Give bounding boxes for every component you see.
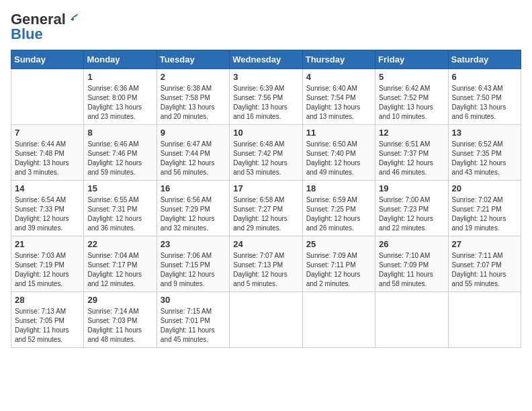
calendar-cell: 23Sunrise: 7:06 AM Sunset: 7:15 PM Dayli… <box>157 236 229 292</box>
day-number: 17 <box>233 183 298 193</box>
logo-bird-icon <box>66 11 79 23</box>
calendar-cell <box>11 69 84 125</box>
calendar-cell: 17Sunrise: 6:58 AM Sunset: 7:27 PM Dayli… <box>230 181 302 236</box>
day-number: 30 <box>161 295 226 305</box>
calendar-table: SundayMondayTuesdayWednesdayThursdayFrid… <box>11 50 521 348</box>
day-number: 20 <box>452 183 517 193</box>
day-info: Sunrise: 6:44 AM Sunset: 7:48 PM Dayligh… <box>15 140 80 177</box>
weekday-tuesday: Tuesday <box>157 50 229 69</box>
weekday-monday: Monday <box>84 50 157 69</box>
calendar-cell: 29Sunrise: 7:14 AM Sunset: 7:03 PM Dayli… <box>84 292 157 348</box>
calendar-cell: 8Sunrise: 6:46 AM Sunset: 7:46 PM Daylig… <box>84 125 157 181</box>
day-number: 6 <box>452 72 517 82</box>
day-info: Sunrise: 7:14 AM Sunset: 7:03 PM Dayligh… <box>87 307 152 345</box>
calendar-cell <box>375 292 448 348</box>
calendar-cell: 30Sunrise: 7:15 AM Sunset: 7:01 PM Dayli… <box>157 292 229 348</box>
weekday-sunday: Sunday <box>11 50 84 69</box>
calendar-cell: 5Sunrise: 6:42 AM Sunset: 7:52 PM Daylig… <box>375 69 448 125</box>
day-info: Sunrise: 7:15 AM Sunset: 7:01 PM Dayligh… <box>161 307 226 345</box>
calendar-cell: 6Sunrise: 6:43 AM Sunset: 7:50 PM Daylig… <box>448 69 521 125</box>
calendar-cell: 16Sunrise: 6:56 AM Sunset: 7:29 PM Dayli… <box>157 181 229 236</box>
weekday-header-row: SundayMondayTuesdayWednesdayThursdayFrid… <box>11 50 521 69</box>
day-number: 13 <box>452 128 517 138</box>
calendar-cell: 4Sunrise: 6:40 AM Sunset: 7:54 PM Daylig… <box>302 69 375 125</box>
calendar-cell: 15Sunrise: 6:55 AM Sunset: 7:31 PM Dayli… <box>84 181 157 236</box>
day-number: 15 <box>87 183 152 193</box>
calendar-cell: 28Sunrise: 7:13 AM Sunset: 7:05 PM Dayli… <box>11 292 84 348</box>
calendar-cell <box>302 292 375 348</box>
day-number: 24 <box>233 239 298 249</box>
day-info: Sunrise: 6:38 AM Sunset: 7:58 PM Dayligh… <box>161 84 226 122</box>
day-info: Sunrise: 7:00 AM Sunset: 7:23 PM Dayligh… <box>379 195 444 233</box>
day-info: Sunrise: 7:11 AM Sunset: 7:07 PM Dayligh… <box>452 251 517 289</box>
day-number: 28 <box>15 295 80 305</box>
day-info: Sunrise: 7:09 AM Sunset: 7:11 PM Dayligh… <box>306 251 371 289</box>
weekday-wednesday: Wednesday <box>230 50 302 69</box>
day-info: Sunrise: 6:51 AM Sunset: 7:37 PM Dayligh… <box>379 140 444 177</box>
day-number: 7 <box>15 128 80 138</box>
day-number: 1 <box>87 72 152 82</box>
calendar-week-4: 21Sunrise: 7:03 AM Sunset: 7:19 PM Dayli… <box>11 236 521 292</box>
calendar-cell: 27Sunrise: 7:11 AM Sunset: 7:07 PM Dayli… <box>448 236 521 292</box>
calendar-cell: 18Sunrise: 6:59 AM Sunset: 7:25 PM Dayli… <box>302 181 375 236</box>
calendar-cell: 1Sunrise: 6:36 AM Sunset: 8:00 PM Daylig… <box>84 69 157 125</box>
calendar-week-3: 14Sunrise: 6:54 AM Sunset: 7:33 PM Dayli… <box>11 181 521 236</box>
day-info: Sunrise: 6:54 AM Sunset: 7:33 PM Dayligh… <box>15 195 80 233</box>
day-info: Sunrise: 6:46 AM Sunset: 7:46 PM Dayligh… <box>87 140 152 177</box>
day-info: Sunrise: 6:40 AM Sunset: 7:54 PM Dayligh… <box>306 84 371 122</box>
calendar-cell: 13Sunrise: 6:52 AM Sunset: 7:35 PM Dayli… <box>448 125 521 181</box>
calendar-week-2: 7Sunrise: 6:44 AM Sunset: 7:48 PM Daylig… <box>11 125 521 181</box>
day-number: 27 <box>452 239 517 249</box>
day-info: Sunrise: 7:02 AM Sunset: 7:21 PM Dayligh… <box>452 195 517 233</box>
day-number: 10 <box>233 128 298 138</box>
day-info: Sunrise: 6:42 AM Sunset: 7:52 PM Dayligh… <box>379 84 444 122</box>
day-number: 14 <box>15 183 80 193</box>
calendar-cell: 25Sunrise: 7:09 AM Sunset: 7:11 PM Dayli… <box>302 236 375 292</box>
day-number: 12 <box>379 128 444 138</box>
day-number: 11 <box>306 128 371 138</box>
calendar-cell: 11Sunrise: 6:50 AM Sunset: 7:40 PM Dayli… <box>302 125 375 181</box>
day-info: Sunrise: 6:43 AM Sunset: 7:50 PM Dayligh… <box>452 84 517 122</box>
day-info: Sunrise: 6:36 AM Sunset: 8:00 PM Dayligh… <box>87 84 152 122</box>
calendar-cell: 14Sunrise: 6:54 AM Sunset: 7:33 PM Dayli… <box>11 181 84 236</box>
day-info: Sunrise: 7:13 AM Sunset: 7:05 PM Dayligh… <box>15 307 80 345</box>
weekday-thursday: Thursday <box>302 50 375 69</box>
calendar-cell: 26Sunrise: 7:10 AM Sunset: 7:09 PM Dayli… <box>375 236 448 292</box>
day-number: 2 <box>161 72 226 82</box>
page-header: General Blue <box>11 11 521 43</box>
logo: General Blue <box>11 11 79 43</box>
day-info: Sunrise: 6:48 AM Sunset: 7:42 PM Dayligh… <box>233 140 298 177</box>
calendar-cell: 7Sunrise: 6:44 AM Sunset: 7:48 PM Daylig… <box>11 125 84 181</box>
day-number: 3 <box>233 72 298 82</box>
day-number: 22 <box>87 239 152 249</box>
weekday-saturday: Saturday <box>448 50 521 69</box>
day-info: Sunrise: 6:58 AM Sunset: 7:27 PM Dayligh… <box>233 195 298 233</box>
day-info: Sunrise: 7:06 AM Sunset: 7:15 PM Dayligh… <box>161 251 226 289</box>
day-info: Sunrise: 6:59 AM Sunset: 7:25 PM Dayligh… <box>306 195 371 233</box>
calendar-cell: 9Sunrise: 6:47 AM Sunset: 7:44 PM Daylig… <box>157 125 229 181</box>
calendar-cell: 3Sunrise: 6:39 AM Sunset: 7:56 PM Daylig… <box>230 69 302 125</box>
calendar-cell: 21Sunrise: 7:03 AM Sunset: 7:19 PM Dayli… <box>11 236 84 292</box>
day-number: 18 <box>306 183 371 193</box>
day-number: 23 <box>161 239 226 249</box>
day-number: 25 <box>306 239 371 249</box>
calendar-cell: 12Sunrise: 6:51 AM Sunset: 7:37 PM Dayli… <box>375 125 448 181</box>
calendar-week-1: 1Sunrise: 6:36 AM Sunset: 8:00 PM Daylig… <box>11 69 521 125</box>
day-info: Sunrise: 7:04 AM Sunset: 7:17 PM Dayligh… <box>87 251 152 289</box>
calendar-cell: 19Sunrise: 7:00 AM Sunset: 7:23 PM Dayli… <box>375 181 448 236</box>
day-number: 29 <box>87 295 152 305</box>
day-info: Sunrise: 6:55 AM Sunset: 7:31 PM Dayligh… <box>87 195 152 233</box>
calendar-body: 1Sunrise: 6:36 AM Sunset: 8:00 PM Daylig… <box>11 69 521 348</box>
day-number: 9 <box>161 128 226 138</box>
calendar-cell <box>230 292 302 348</box>
day-info: Sunrise: 7:07 AM Sunset: 7:13 PM Dayligh… <box>233 251 298 289</box>
day-info: Sunrise: 6:39 AM Sunset: 7:56 PM Dayligh… <box>233 84 298 122</box>
day-info: Sunrise: 7:10 AM Sunset: 7:09 PM Dayligh… <box>379 251 444 289</box>
calendar-cell <box>448 292 521 348</box>
day-number: 19 <box>379 183 444 193</box>
day-number: 26 <box>379 239 444 249</box>
day-info: Sunrise: 6:52 AM Sunset: 7:35 PM Dayligh… <box>452 140 517 177</box>
day-info: Sunrise: 7:03 AM Sunset: 7:19 PM Dayligh… <box>15 251 80 289</box>
day-number: 8 <box>87 128 152 138</box>
day-number: 5 <box>379 72 444 82</box>
